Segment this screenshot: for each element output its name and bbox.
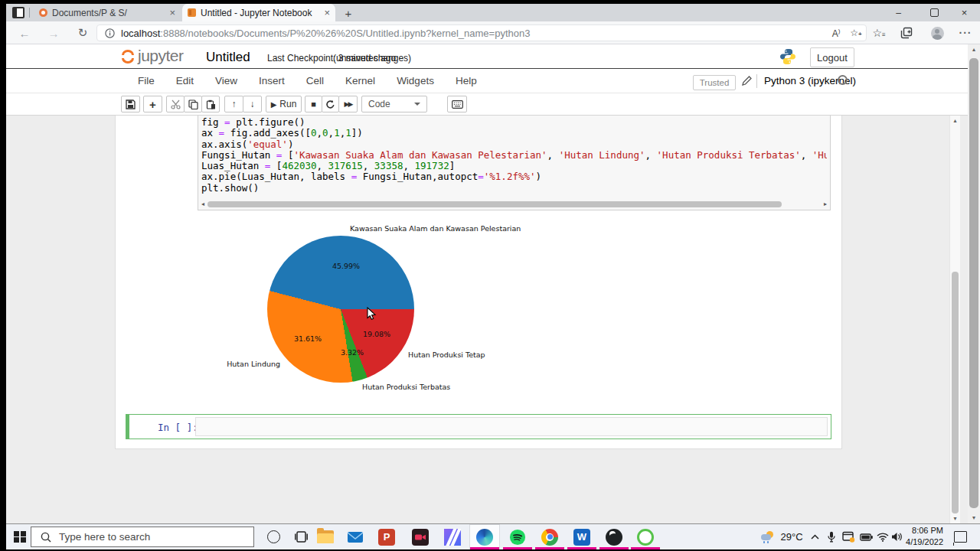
taskbar-item-file-explorer[interactable] (310, 524, 341, 549)
taskbar-item-powerpoint[interactable]: P (371, 524, 402, 549)
profile-button[interactable] (927, 24, 947, 42)
add-cell-button[interactable]: + (143, 96, 162, 112)
taskbar-item-mail[interactable] (340, 524, 371, 549)
new-tab-button[interactable]: + (341, 6, 355, 20)
weather-icon[interactable] (760, 524, 776, 549)
taskbar-item-chrome[interactable] (534, 524, 565, 549)
command-palette-button[interactable] (447, 96, 467, 112)
tab-title: Untitled - Jupyter Notebook (201, 8, 319, 18)
taskbar-item-greenshot[interactable] (630, 524, 661, 549)
taskbar-item-medal[interactable] (437, 524, 468, 549)
notebook-container: fig = plt.figure()ax = fig.add_axes([0,0… (115, 116, 842, 449)
restart-run-all-button[interactable]: ▶▶ (338, 96, 358, 112)
address-bar[interactable]: localhost:8888/notebooks/Documents/P%20%… (96, 24, 867, 41)
back-button[interactable]: ← (15, 24, 34, 42)
cell-type-dropdown[interactable]: Code (361, 96, 427, 112)
read-aloud-button[interactable]: A) (826, 28, 846, 39)
cut-cell-button[interactable] (166, 96, 185, 112)
microphone-icon[interactable] (824, 524, 839, 549)
run-button[interactable]: ▶Run (266, 96, 302, 112)
move-cell-down-button[interactable]: ↓ (243, 96, 262, 112)
minimize-button[interactable]: – (884, 4, 913, 21)
logout-button[interactable]: Logout (810, 47, 854, 67)
tray-clock[interactable]: 8:06 PM 4/19/2022 (903, 525, 943, 549)
menu-insert[interactable]: Insert (248, 75, 296, 86)
maximize-icon (930, 8, 939, 17)
scrollbar-thumb[interactable] (969, 58, 978, 508)
temperature[interactable]: 29°C (778, 524, 805, 549)
add-favorite-button[interactable]: ☆+ (846, 28, 866, 38)
cortana-button[interactable] (260, 524, 286, 549)
medal-icon (444, 529, 461, 546)
jupyter-logo[interactable]: jupyter (121, 47, 184, 64)
refresh-button[interactable]: ↻ (74, 24, 92, 42)
save-button[interactable] (121, 96, 140, 112)
notebook-area: fig = plt.figure()ax = fig.add_axes([0,0… (6, 116, 968, 523)
paste-cells-button[interactable] (201, 96, 220, 112)
taskbar-item-spotify[interactable] (502, 524, 533, 549)
tab-close-icon[interactable]: × (324, 8, 330, 18)
menu-edit[interactable]: Edit (165, 75, 204, 86)
browser-tab-active[interactable]: Untitled - Jupyter Notebook × (182, 4, 335, 21)
menu-view[interactable]: View (204, 75, 248, 86)
copy-cells-button[interactable] (184, 96, 202, 112)
menu-cell[interactable]: Cell (296, 75, 335, 86)
scrollbar-thumb[interactable] (207, 201, 782, 207)
favorites-button[interactable]: ☆≡ (869, 24, 889, 42)
task-view-icon (295, 531, 308, 543)
code-editor[interactable]: fig = plt.figure()ax = fig.add_axes([0,0… (201, 117, 827, 199)
mail-icon (347, 529, 364, 546)
close-window-button[interactable]: × (949, 4, 979, 21)
taskbar-item-edge[interactable] (469, 524, 500, 549)
notebook-title[interactable]: Untitled (206, 50, 250, 65)
settings-menu-button[interactable]: ··· (956, 24, 975, 42)
tab-actions-button[interactable] (11, 6, 26, 19)
menu-help[interactable]: Help (445, 75, 488, 86)
scroll-up-icon[interactable]: ▴ (950, 116, 960, 126)
browser-toolbar: ← → ↻ localhost:8888/notebooks/Documents… (6, 21, 980, 44)
scroll-down-icon[interactable]: ▾ (968, 513, 980, 523)
volume-icon[interactable] (888, 524, 905, 549)
action-center-button[interactable] (949, 524, 971, 549)
restart-kernel-button[interactable] (322, 96, 339, 112)
taskbar-item-obs[interactable] (599, 524, 629, 549)
search-icon (41, 532, 51, 543)
taskbar-item-word[interactable]: W (567, 524, 597, 549)
interrupt-kernel-button[interactable]: ■ (305, 96, 322, 112)
site-info-icon[interactable] (105, 28, 115, 38)
menu-kernel[interactable]: Kernel (335, 75, 386, 86)
code-cell-input[interactable]: fig = plt.figure()ax = fig.add_axes([0,0… (198, 116, 831, 210)
scroll-left-icon[interactable]: ◂ (199, 200, 207, 209)
cell-horizontal-scrollbar[interactable]: ◂ ▸ (199, 200, 829, 209)
window-notification-icon[interactable] (839, 524, 858, 549)
menu-items: FileEditViewInsertCellKernelWidgetsHelp (127, 69, 488, 93)
forward-button[interactable]: → (44, 24, 63, 42)
browser-tab-inactive[interactable]: Documents/P & S/ × (34, 4, 181, 21)
battery-icon[interactable] (858, 524, 874, 549)
notebook-scrollbar[interactable]: ▴ ▾ (949, 116, 960, 523)
taskbar-item-recorder[interactable] (405, 524, 436, 549)
tray-chevron-icon[interactable] (807, 524, 822, 549)
taskbar-search[interactable]: Type here to search (31, 527, 254, 547)
edge-icon (476, 529, 493, 546)
empty-cell[interactable]: In [ ]: (126, 414, 831, 439)
tab-close-icon[interactable]: × (169, 8, 175, 18)
maximize-button[interactable] (920, 4, 949, 21)
move-cell-up-button[interactable]: ↑ (224, 96, 243, 112)
empty-cell-input[interactable] (195, 417, 828, 436)
menu-file[interactable]: File (127, 75, 165, 86)
menu-widgets[interactable]: Widgets (386, 75, 445, 86)
edit-title-pencil-icon[interactable] (742, 76, 752, 86)
scroll-up-icon[interactable]: ▴ (968, 44, 980, 55)
collections-button[interactable] (897, 24, 916, 42)
pie-label: Hutan Produksi Tetap (408, 350, 485, 359)
browser-scrollbar[interactable]: ▴ ▾ (968, 44, 980, 523)
arrow-down-icon: ↓ (250, 99, 255, 109)
code-line: ax = fig.add_axes([0,0,1,1]) (201, 128, 827, 139)
scrollbar-thumb[interactable] (952, 272, 959, 514)
scroll-down-icon[interactable]: ▾ (950, 514, 960, 523)
scroll-right-icon[interactable]: ▸ (822, 200, 829, 209)
url-text[interactable]: localhost:8888/notebooks/Documents/P%20%… (121, 28, 826, 39)
start-button[interactable] (9, 524, 31, 549)
search-placeholder: Type here to search (59, 531, 150, 543)
